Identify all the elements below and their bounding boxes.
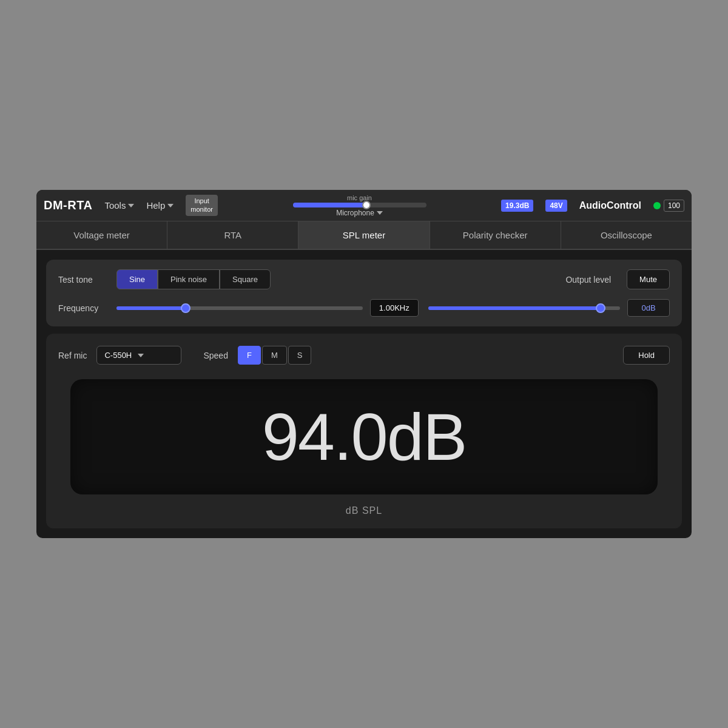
hold-button[interactable]: Hold (623, 346, 670, 365)
microphone-dropdown-icon (377, 211, 383, 215)
mic-gain-label: mic gain (347, 194, 372, 201)
output-level-label: Output level (565, 275, 611, 285)
tab-spl-meter[interactable]: SPL meter (298, 221, 430, 249)
help-menu[interactable]: Help (146, 200, 174, 211)
spl-display: 94.0dB (70, 379, 658, 494)
pink-noise-button[interactable]: Pink noise (158, 269, 220, 289)
output-slider-thumb (596, 303, 605, 313)
speed-s-button[interactable]: S (288, 346, 312, 365)
mic-gain-section: mic gain Microphone (230, 194, 489, 217)
phantom-power-badge[interactable]: 48V (545, 200, 567, 212)
tab-rta[interactable]: RTA (167, 221, 298, 249)
frequency-slider-fill (116, 306, 186, 310)
mute-button[interactable]: Mute (627, 269, 670, 289)
tools-menu[interactable]: Tools (104, 200, 134, 211)
sine-button[interactable]: Sine (116, 269, 158, 289)
tab-oscilloscope[interactable]: Oscilloscope (561, 221, 692, 249)
tab-polarity-checker[interactable]: Polarity checker (430, 221, 561, 249)
test-tone-row: Test tone Sine Pink noise Square Output … (58, 269, 670, 289)
output-level-value: 0dB (627, 299, 670, 317)
tools-chevron-icon (128, 204, 134, 207)
frequency-slider[interactable] (116, 306, 363, 310)
ref-mic-select[interactable]: C-550H (96, 346, 181, 365)
speed-m-button[interactable]: M (262, 346, 287, 365)
status-indicator: 100 (653, 200, 684, 212)
frequency-value: 1.00KHz (370, 299, 419, 317)
square-button[interactable]: Square (220, 269, 271, 289)
tab-bar: Voltage meter RTA SPL meter Polarity che… (36, 221, 692, 250)
test-tone-label: Test tone (58, 275, 107, 285)
spl-section: Ref mic C-550H Speed F M S Hold 94.0dB d… (46, 334, 682, 528)
tab-voltage-meter[interactable]: Voltage meter (36, 221, 167, 249)
frequency-row: Frequency 1.00KHz 0dB (58, 299, 670, 317)
app-title: DM-RTA (44, 198, 92, 212)
help-chevron-icon (167, 204, 174, 207)
db-badge: 19.3dB (501, 200, 533, 212)
mic-gain-slider[interactable] (293, 203, 426, 207)
status-green-dot (653, 202, 661, 209)
spl-value: 94.0dB (83, 403, 645, 470)
input-monitor-button[interactable]: Inputmonitor (186, 195, 218, 215)
ref-mic-label: Ref mic (58, 351, 87, 360)
speed-f-button[interactable]: F (238, 346, 261, 365)
frequency-label: Frequency (58, 303, 107, 313)
brand-logo: AudioControl (579, 200, 641, 211)
frequency-slider-thumb (181, 303, 190, 313)
tone-buttons: Sine Pink noise Square (116, 269, 271, 289)
spl-unit: dB SPL (58, 505, 670, 516)
microphone-label: Microphone (336, 209, 374, 217)
microphone-select[interactable]: Microphone (336, 209, 383, 217)
spl-controls-row: Ref mic C-550H Speed F M S Hold (58, 346, 670, 365)
mic-gain-slider-fill (293, 203, 366, 207)
frequency-slider-container: 1.00KHz (116, 299, 419, 317)
menu-bar: DM-RTA Tools Help Inputmonitor mic gain … (36, 190, 692, 221)
output-slider-fill (428, 306, 601, 310)
controls-section: Test tone Sine Pink noise Square Output … (46, 260, 682, 326)
output-level-slider[interactable] (428, 306, 620, 310)
output-slider-container: 0dB (428, 299, 670, 317)
speed-buttons: F M S (238, 346, 311, 365)
speed-label: Speed (203, 351, 228, 360)
ref-mic-dropdown-icon (138, 354, 144, 357)
mic-gain-thumb (362, 201, 371, 209)
status-number: 100 (664, 200, 684, 212)
